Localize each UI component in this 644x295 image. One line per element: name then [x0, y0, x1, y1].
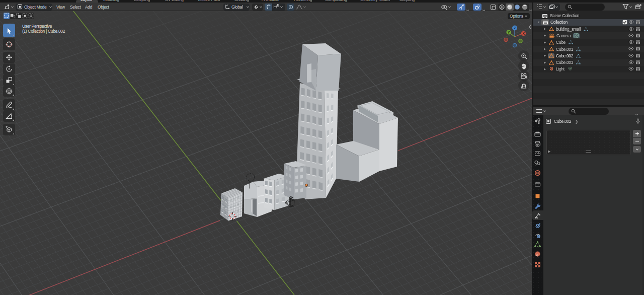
svg-text:Z: Z	[514, 26, 516, 30]
